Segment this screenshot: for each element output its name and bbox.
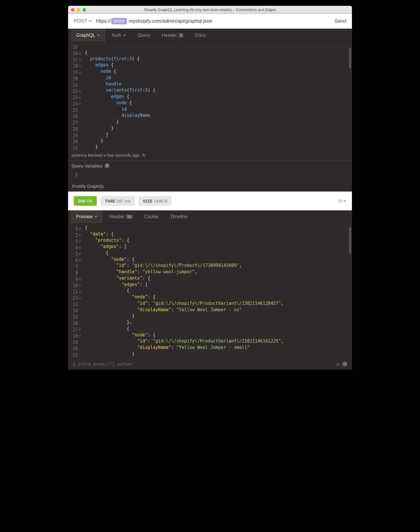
jsonpath-input[interactable]: $.store.books[*].author xyxy=(73,362,133,367)
prettify-button[interactable]: Prettify GraphQL xyxy=(68,181,352,192)
request-tabs: GraphQL Auth Query Header2 Docs xyxy=(68,29,352,42)
size-badge: SIZE 1495 B xyxy=(139,196,171,206)
url-suffix: .myshopify.com/admin/api/graphql.json xyxy=(127,18,212,24)
url-prefix: https:// xyxy=(96,18,111,24)
tab-query[interactable]: Query xyxy=(132,29,156,42)
clock-icon[interactable]: ◷ xyxy=(336,362,339,367)
tab-timeline[interactable]: Timeline xyxy=(164,210,193,223)
help-icon[interactable]: ? xyxy=(105,163,109,168)
response-status-bar: 200 OK TIME 287 ms SIZE 1495 B ◷ xyxy=(68,192,352,210)
response-panel: Preview Header31 Cookie Timeline 1▼2▼3▼4… xyxy=(68,210,352,370)
header-badge: 2 xyxy=(179,33,183,37)
minimize-icon[interactable] xyxy=(77,8,80,12)
schema-status: schema fetched a few seconds ago ↻ xyxy=(68,152,352,160)
time-badge: TIME 287 ms xyxy=(101,196,135,206)
zoom-icon[interactable] xyxy=(83,8,86,12)
chevron-down-icon xyxy=(343,198,346,203)
tab-docs[interactable]: Docs xyxy=(189,29,211,42)
send-button[interactable]: Send xyxy=(335,18,346,24)
response-viewer[interactable]: 1▼2▼3▼4▼5▼6▼7 8 9▼10▼11▼12▼13 14 15 16 1… xyxy=(68,224,352,358)
titlebar[interactable]: Shopify GraphQL Learning Kit (my-test-st… xyxy=(68,6,352,14)
method-label: POST xyxy=(74,18,87,24)
scrollbar[interactable] xyxy=(349,48,351,68)
url-input[interactable]: https:// store .myshopify.com/admin/api/… xyxy=(96,18,330,24)
window-title: Shopify GraphQL Learning Kit (my-test-st… xyxy=(68,8,352,12)
query-variables-header[interactable]: Query Variables ? xyxy=(68,160,352,171)
response-tabs: Preview Header31 Cookie Timeline xyxy=(68,210,352,224)
help-icon[interactable]: ? xyxy=(342,362,347,367)
tab-cookie[interactable]: Cookie xyxy=(138,210,165,223)
tab-auth[interactable]: Auth xyxy=(106,29,132,42)
close-icon[interactable] xyxy=(71,8,74,12)
tab-header[interactable]: Header2 xyxy=(156,29,189,42)
response-footer: $.store.books[*].author ◷ ? xyxy=(68,358,352,370)
response-header-badge: 31 xyxy=(126,215,132,219)
scrollbar[interactable] xyxy=(349,227,351,253)
request-panel: GraphQL Auth Query Header2 Docs 15 16▼17… xyxy=(68,29,352,192)
app-window: Shopify GraphQL Learning Kit (my-test-st… xyxy=(68,6,352,370)
url-variable-tag[interactable]: store xyxy=(111,18,127,24)
tab-graphql[interactable]: GraphQL xyxy=(70,29,106,42)
tab-preview[interactable]: Preview xyxy=(70,210,103,223)
history-button[interactable]: ◷ xyxy=(338,198,346,203)
tab-response-header[interactable]: Header31 xyxy=(103,210,138,223)
graphql-editor[interactable]: 15 16▼17▼18▼19▼20 21 22▼23▼24▼25 26 27 2… xyxy=(68,42,352,152)
status-badge: 200 OK xyxy=(74,196,97,206)
clock-icon: ◷ xyxy=(338,198,342,203)
query-variables-editor[interactable]: 1 xyxy=(68,171,352,181)
request-bar: POST https:// store .myshopify.com/admin… xyxy=(68,14,352,29)
method-select[interactable]: POST xyxy=(74,18,92,24)
refresh-icon[interactable]: ↻ xyxy=(142,153,146,158)
